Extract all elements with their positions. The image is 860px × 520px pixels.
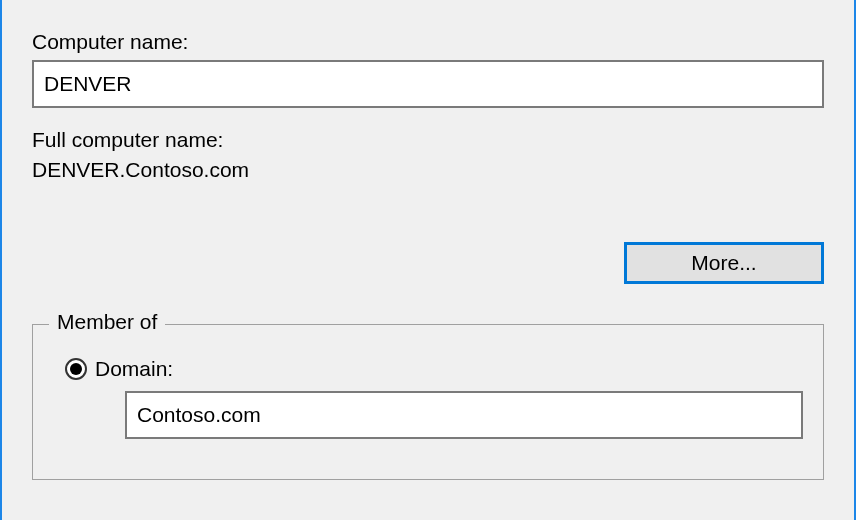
full-computer-name-label: Full computer name: [32,128,824,152]
domain-radio-row[interactable]: Domain: [65,357,803,381]
more-button[interactable]: More... [624,242,824,284]
member-of-legend: Member of [49,310,165,334]
more-button-row: More... [32,242,824,284]
radio-selected-icon [70,363,82,375]
full-computer-name-value: DENVER.Contoso.com [32,158,824,182]
full-computer-name-block: Full computer name: DENVER.Contoso.com [32,128,824,182]
domain-radio-label[interactable]: Domain: [95,357,173,381]
computer-name-dialog: Computer name: Full computer name: DENVE… [0,0,856,520]
member-of-group: Member of Domain: [32,324,824,480]
domain-input[interactable] [125,391,803,439]
computer-name-input[interactable] [32,60,824,108]
computer-name-label: Computer name: [32,30,824,54]
domain-radio-button[interactable] [65,358,87,380]
